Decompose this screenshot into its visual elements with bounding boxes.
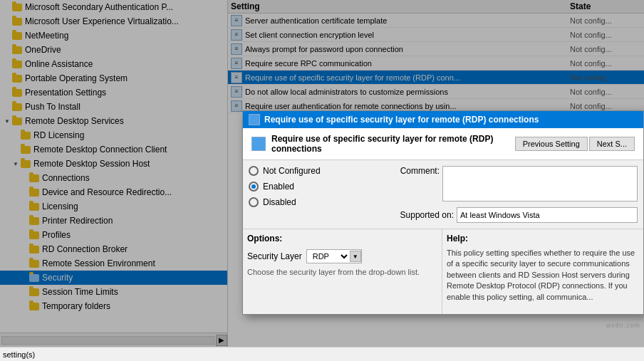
radio-circle (249, 182, 259, 192)
modal-titlebar: Require use of specific security layer f… (243, 111, 643, 128)
modal-dialog: Require use of specific security layer f… (242, 110, 644, 315)
help-section: Help: This policy setting specifies whet… (442, 229, 643, 314)
options-title: Options: (247, 234, 437, 244)
dropdown-arrow-icon[interactable]: ▼ (350, 251, 361, 262)
options-desc: Choose the security layer from the drop-… (247, 268, 437, 276)
security-layer-select[interactable]: RDP Negotiate SSL (307, 250, 350, 263)
modal-left-section: Not ConfiguredEnabledDisabled (249, 166, 391, 223)
modal-body: Not ConfiguredEnabledDisabled Comment: S… (243, 160, 643, 229)
modal-overlay: Require use of specific security layer f… (0, 0, 644, 347)
comment-label: Comment: (397, 166, 440, 176)
radio-circle (249, 166, 259, 176)
previous-setting-button[interactable]: Previous Setting (515, 137, 588, 151)
options-section: Options: Security Layer RDP Negotiate SS… (243, 229, 442, 314)
modal-header-text: Require use of specific security layer f… (271, 134, 509, 154)
supported-section: Supported on: At least Windows Vista (397, 207, 638, 223)
supported-label: Supported on: (397, 210, 454, 220)
help-title: Help: (447, 234, 639, 244)
modal-title-icon (249, 114, 260, 125)
comment-section: Comment: (397, 166, 638, 202)
next-setting-button[interactable]: Next S... (589, 137, 635, 151)
radio-label: Disabled (263, 197, 296, 207)
modal-header-section: Require use of specific security layer f… (243, 128, 643, 160)
radio-item-not-configured[interactable]: Not Configured (249, 166, 391, 176)
modal-right-section: Comment: Supported on: At least Windows … (397, 166, 638, 223)
security-layer-label: Security Layer (247, 251, 302, 261)
modal-title: Require use of specific security layer f… (264, 115, 539, 125)
modal-options-help: Options: Security Layer RDP Negotiate SS… (243, 229, 643, 314)
status-text: setting(s) (3, 350, 35, 359)
security-layer-dropdown[interactable]: RDP Negotiate SSL ▼ (306, 249, 362, 263)
radio-circle (249, 197, 259, 207)
status-bar: setting(s) (0, 347, 644, 361)
modal-nav-buttons: Previous Setting Next S... (515, 137, 635, 151)
radio-group: Not ConfiguredEnabledDisabled (249, 166, 391, 207)
watermark: wxdn.com (606, 322, 640, 329)
radio-item-disabled[interactable]: Disabled (249, 197, 391, 207)
modal-header-icon (251, 137, 266, 151)
help-text: This policy setting specifies whether to… (447, 248, 639, 303)
supported-value: At least Windows Vista (457, 207, 638, 223)
security-layer-row: Security Layer RDP Negotiate SSL ▼ (247, 249, 437, 263)
radio-item-enabled[interactable]: Enabled (249, 182, 391, 192)
radio-label: Enabled (263, 182, 294, 192)
radio-label: Not Configured (263, 166, 321, 176)
comment-textarea[interactable] (442, 166, 638, 202)
